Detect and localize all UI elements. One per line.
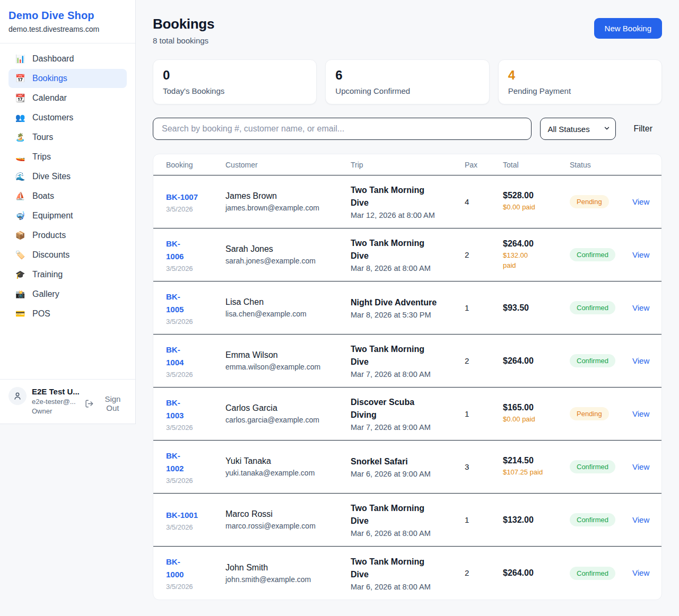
booking-id-link[interactable]: BK- 1005	[166, 291, 184, 316]
bar-chart-icon: 📊	[15, 54, 25, 64]
credit-card-icon: 💳	[15, 309, 25, 319]
customer-email: john.smith@example.com	[225, 575, 351, 584]
pax-cell: 1	[465, 303, 503, 313]
customer-cell: Emma Wilson emma.wilson@example.com	[225, 350, 351, 371]
sidebar-item-label: Bookings	[32, 74, 67, 83]
trip-cell: Two Tank Morning Dive Mar 7, 2026 at 8:0…	[351, 343, 465, 379]
view-cell: View	[632, 303, 657, 313]
customer-cell: Lisa Chen lisa.chen@example.com	[225, 297, 351, 318]
view-link[interactable]: View	[632, 462, 657, 471]
sidebar-item-label: Customers	[32, 113, 73, 122]
sidebar-nav: 📊 Dashboard 📅 Bookings 📆 Calendar 👥 Cust…	[0, 43, 135, 379]
sidebar-item-calendar[interactable]: 📆 Calendar	[8, 89, 127, 108]
sidebar-item-tours[interactable]: 🏝️ Tours	[8, 128, 127, 147]
status-cell: Pending	[570, 195, 632, 208]
total-amount: $93.50	[503, 303, 570, 313]
filter-row: All Statuses Filter	[153, 118, 662, 140]
total-cell: $93.50	[503, 303, 570, 313]
booking-cell: BK- 1006 3/5/2026	[166, 237, 225, 272]
speedboat-icon: 🚤	[15, 152, 25, 162]
sidebar-item-gallery[interactable]: 📸 Gallery	[8, 285, 127, 304]
booking-date: 3/5/2026	[166, 318, 225, 325]
total-amount: $264.00	[503, 239, 570, 249]
booking-id-link[interactable]: BK- 1003	[166, 397, 184, 422]
pax-value: 2	[465, 356, 469, 365]
sailboat-icon: ⛵	[15, 191, 25, 201]
stat-label: Upcoming Confirmed	[335, 86, 479, 95]
view-link[interactable]: View	[632, 197, 657, 206]
booking-cell: BK- 1005 3/5/2026	[166, 291, 225, 325]
trip-cell: Two Tank Morning Dive Mar 12, 2026 at 8:…	[351, 184, 465, 219]
view-link[interactable]: View	[632, 356, 657, 365]
customer-name: Emma Wilson	[225, 350, 351, 360]
view-link[interactable]: View	[632, 303, 657, 312]
user-meta: E2E Test U... e2e-tester@... Owner	[32, 387, 80, 415]
status-badge: Pending	[570, 407, 609, 420]
col-header-trip: Trip	[351, 161, 465, 169]
new-booking-button[interactable]: New Booking	[594, 18, 662, 39]
table-row: BK-1001 3/5/2026 Marco Rossi marco.rossi…	[153, 494, 661, 547]
pax-cell: 3	[465, 462, 503, 472]
total-amount: $264.00	[503, 568, 570, 578]
booking-cell: BK- 1000 3/5/2026	[166, 556, 225, 591]
trip-title: Two Tank Morning Dive	[351, 184, 438, 209]
booking-id-link[interactable]: BK-1001	[166, 509, 198, 522]
booking-id-link[interactable]: BK- 1006	[166, 237, 184, 263]
search-input[interactable]	[153, 118, 532, 140]
stat-label: Today's Bookings	[163, 86, 307, 95]
view-link[interactable]: View	[632, 409, 657, 418]
status-badge: Confirmed	[570, 354, 615, 367]
total-amount: $528.00	[503, 191, 570, 200]
total-cell: $264.00	[503, 568, 570, 578]
sidebar-item-label: Gallery	[32, 289, 59, 299]
sidebar-item-equipment[interactable]: 🤿 Equipment	[8, 206, 127, 225]
booking-id-link[interactable]: BK-1007	[166, 191, 198, 204]
trip-cell: Night Dive Adventure Mar 8, 2026 at 5:30…	[351, 296, 465, 319]
booking-date: 3/5/2026	[166, 371, 225, 379]
sidebar-item-customers[interactable]: 👥 Customers	[8, 108, 127, 127]
booking-id-link[interactable]: BK- 1000	[166, 556, 184, 581]
view-link[interactable]: View	[632, 515, 657, 524]
sidebar-item-label: Dive Sites	[32, 172, 71, 181]
status-badge: Confirmed	[570, 301, 615, 314]
sidebar-item-label: Discounts	[32, 250, 69, 260]
sidebar-item-label: Tours	[32, 133, 53, 142]
booking-cell: BK- 1004 3/5/2026	[166, 344, 225, 379]
sidebar-item-trips[interactable]: 🚤 Trips	[8, 147, 127, 166]
booking-id-link[interactable]: BK- 1002	[166, 450, 184, 475]
booking-date: 3/5/2026	[166, 265, 225, 272]
log-out-icon	[85, 399, 94, 408]
status-select[interactable]: All Statuses	[540, 118, 616, 140]
sidebar-item-bookings[interactable]: 📅 Bookings	[8, 69, 127, 88]
customer-email: emma.wilson@example.com	[225, 363, 351, 371]
trip-title: Discover Scuba Diving	[351, 396, 438, 421]
user-email: e2e-tester@...	[32, 398, 80, 406]
booking-date: 3/5/2026	[166, 205, 225, 213]
sign-out-button[interactable]: Sign Out	[85, 394, 128, 412]
filter-button[interactable]: Filter	[633, 124, 652, 134]
sidebar-item-training[interactable]: 🎓 Training	[8, 265, 127, 284]
trip-date: Mar 6, 2026 at 8:00 AM	[351, 583, 465, 591]
sidebar-item-discounts[interactable]: 🏷️ Discounts	[8, 245, 127, 265]
pax-value: 2	[465, 250, 469, 259]
booking-cell: BK- 1003 3/5/2026	[166, 397, 225, 432]
sidebar-item-boats[interactable]: ⛵ Boats	[8, 187, 127, 206]
sidebar-item-dashboard[interactable]: 📊 Dashboard	[8, 49, 127, 68]
trip-date: Mar 7, 2026 at 9:00 AM	[351, 423, 465, 432]
status-cell: Confirmed	[570, 513, 632, 526]
sidebar-item-pos[interactable]: 💳 POS	[8, 304, 127, 323]
island-icon: 🏝️	[15, 133, 25, 142]
view-link[interactable]: View	[632, 568, 657, 577]
view-cell: View	[632, 409, 657, 419]
trip-cell: Two Tank Morning Dive Mar 6, 2026 at 8:0…	[351, 556, 465, 591]
customer-email: sarah.jones@example.com	[225, 257, 351, 265]
sidebar-item-products[interactable]: 📦 Products	[8, 226, 127, 245]
trip-title: Snorkel Safari	[351, 455, 438, 468]
total-amount: $132.00	[503, 515, 570, 525]
paid-amount: $107.25 paid	[503, 468, 570, 478]
paid-amount: $0.00 paid	[503, 415, 570, 425]
view-link[interactable]: View	[632, 250, 657, 259]
booking-id-link[interactable]: BK- 1004	[166, 344, 184, 369]
customer-name: Sarah Jones	[225, 244, 351, 254]
sidebar-item-dive-sites[interactable]: 🌊 Dive Sites	[8, 167, 127, 186]
